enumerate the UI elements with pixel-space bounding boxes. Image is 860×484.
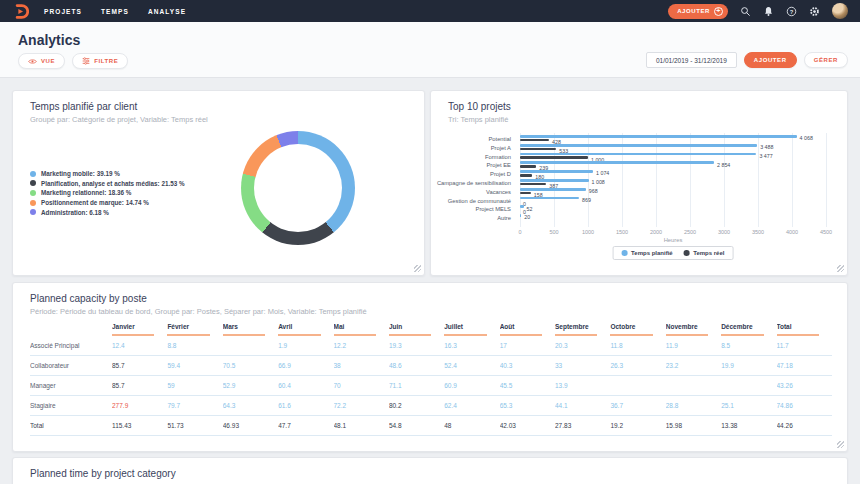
- vue-button-label: VUE: [41, 58, 55, 64]
- bar-temps-planifie[interactable]: [520, 188, 586, 191]
- nav-item-projets[interactable]: PROJETS: [44, 8, 82, 15]
- table-cell: 59.4: [167, 356, 222, 376]
- column-header[interactable]: Juin: [389, 321, 444, 336]
- nav-item-analyse[interactable]: ANALYSE: [148, 8, 186, 15]
- table-cell: 47.18: [777, 356, 833, 376]
- card-title: Temps planifié par client: [30, 101, 137, 112]
- table-cell: 79.7: [167, 396, 222, 416]
- bar-temps-reel[interactable]: [520, 165, 536, 168]
- bar-temps-planifie[interactable]: [520, 161, 714, 164]
- donut-chart[interactable]: [241, 131, 355, 245]
- filtre-button[interactable]: FILTRE: [72, 53, 128, 69]
- legend-item[interactable]: Temps réel: [684, 250, 725, 256]
- column-header[interactable]: Mai: [334, 321, 389, 336]
- bar-value-planifie: 3 477: [759, 154, 772, 158]
- column-header[interactable]: Janvier: [112, 321, 167, 336]
- legend-label: Temps réel: [693, 250, 724, 256]
- app-logo-icon[interactable]: [12, 3, 29, 20]
- bar-chart-category-labels: PotentialProjet AFormationProjet EEProje…: [431, 133, 516, 227]
- table-cell: 80.2: [389, 396, 444, 416]
- bar-chart-plot[interactable]: 0500100015002000250030003500400045004 06…: [520, 133, 826, 227]
- legend-item[interactable]: Positionnement de marque: 14.74 %: [30, 198, 185, 208]
- vue-button[interactable]: VUE: [18, 53, 65, 69]
- column-header[interactable]: Juillet: [444, 321, 499, 336]
- row-label: Collaborateur: [30, 356, 112, 376]
- table-cell: 42.03: [500, 416, 555, 436]
- bar-temps-planifie[interactable]: [520, 153, 756, 156]
- column-header[interactable]: Avril: [278, 321, 333, 336]
- resize-handle[interactable]: [414, 265, 421, 272]
- table-cell: 64.3: [223, 396, 278, 416]
- table-cell: 19.2: [610, 416, 665, 436]
- legend-dot: [30, 200, 36, 206]
- table-cell: 60.9: [444, 376, 499, 396]
- header-controls-right: 01/01/2019 - 31/12/2019 AJOUTER GÉRER: [646, 52, 848, 68]
- table-cell: 43.26: [777, 376, 833, 396]
- gridline: [724, 133, 725, 227]
- card-top-10-projets: Top 10 projets Tri: Temps planifié Poten…: [430, 90, 848, 276]
- app-window: PROJETSTEMPSANALYSE AJOUTER + ? Analytic…: [0, 0, 860, 484]
- nav-item-temps[interactable]: TEMPS: [101, 8, 129, 15]
- column-header[interactable]: Décembre: [721, 321, 776, 336]
- column-header[interactable]: Août: [500, 321, 555, 336]
- resize-handle[interactable]: [837, 441, 844, 448]
- gerer-button[interactable]: GÉRER: [804, 52, 848, 68]
- bar-temps-reel[interactable]: [520, 148, 556, 151]
- table-cell: 8.8: [167, 336, 222, 356]
- bar-temps-planifie[interactable]: [520, 205, 524, 208]
- table-cell: 16.3: [444, 336, 499, 356]
- header-ajouter-button[interactable]: AJOUTER: [744, 52, 797, 68]
- table-cell: 61.6: [278, 396, 333, 416]
- bar-temps-planifie[interactable]: [520, 179, 589, 182]
- bar-temps-reel[interactable]: [520, 139, 549, 142]
- legend-item[interactable]: Administration: 6.18 %: [30, 207, 185, 217]
- bar-temps-planifie[interactable]: [520, 135, 797, 138]
- legend-item[interactable]: Planification, analyse et achats médias:…: [30, 179, 185, 189]
- table-row: Total115.4351.7346.9347.748.154.84842.03…: [30, 416, 832, 436]
- bar-temps-reel[interactable]: [520, 156, 588, 159]
- table-cell: [666, 376, 721, 396]
- legend-label: Marketing mobile: 39.19 %: [41, 170, 120, 177]
- table-cell: 59: [167, 376, 222, 396]
- legend-item[interactable]: Marketing mobile: 39.19 %: [30, 169, 185, 179]
- gear-icon[interactable]: [809, 6, 820, 17]
- navbar-ajouter-button[interactable]: AJOUTER +: [668, 4, 728, 19]
- help-icon[interactable]: ?: [786, 6, 797, 17]
- bell-icon[interactable]: [763, 6, 774, 17]
- table-cell: 11.8: [610, 336, 665, 356]
- legend-label: Planification, analyse et achats médias:…: [41, 180, 185, 187]
- column-header[interactable]: Novembre: [666, 321, 721, 336]
- bar-temps-planifie[interactable]: [520, 170, 593, 173]
- user-avatar[interactable]: [832, 3, 848, 19]
- column-header-empty: [30, 321, 112, 336]
- column-header[interactable]: Mars: [223, 321, 278, 336]
- table-cell: 33: [555, 356, 610, 376]
- table-cell: 48.1: [334, 416, 389, 436]
- bar-temps-reel[interactable]: [520, 192, 531, 195]
- table-cell: 72.2: [334, 396, 389, 416]
- eye-icon: [28, 58, 37, 65]
- column-header[interactable]: Février: [167, 321, 222, 336]
- bar-temps-planifie[interactable]: [520, 214, 521, 217]
- column-header[interactable]: Septembre: [555, 321, 610, 336]
- capacity-table-header: JanvierFévrierMarsAvrilMaiJuinJuilletAoû…: [30, 321, 832, 336]
- navbar-actions: AJOUTER + ?: [668, 3, 848, 19]
- date-range-input[interactable]: 01/01/2019 - 31/12/2019: [646, 52, 737, 68]
- bar-temps-planifie[interactable]: [520, 197, 579, 200]
- navbar-ajouter-label: AJOUTER: [677, 8, 710, 14]
- bar-temps-reel[interactable]: [520, 174, 532, 177]
- table-cell: 45.5: [500, 376, 555, 396]
- legend-item[interactable]: Marketing relationnel: 18.36 %: [30, 188, 185, 198]
- bar-temps-planifie[interactable]: [520, 144, 757, 147]
- bar-category-label: Potential: [488, 135, 511, 143]
- search-icon[interactable]: [740, 6, 751, 17]
- column-header[interactable]: Octobre: [610, 321, 665, 336]
- table-cell: 19.9: [721, 356, 776, 376]
- column-header[interactable]: Total: [777, 321, 833, 336]
- bar-temps-reel[interactable]: [520, 183, 546, 186]
- table-cell: 17: [500, 336, 555, 356]
- resize-handle[interactable]: [837, 265, 844, 272]
- legend-item[interactable]: Temps planifié: [622, 250, 673, 256]
- table-cell: 1.9: [278, 336, 333, 356]
- table-cell: 52.9: [223, 376, 278, 396]
